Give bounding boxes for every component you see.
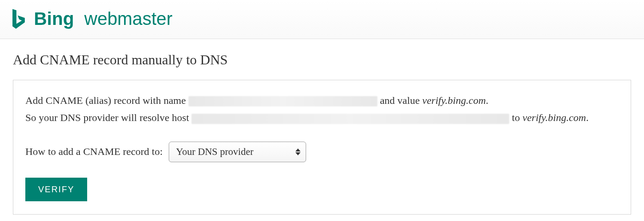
instruction-text: So your DNS provider will resolve host xyxy=(25,112,191,123)
bing-icon xyxy=(11,9,27,29)
dns-provider-select[interactable]: Your DNS provider xyxy=(169,142,306,162)
dns-select-label: How to add a CNAME record to: xyxy=(25,146,163,157)
instruction-line-1: Add CNAME (alias) record with name and v… xyxy=(25,92,619,109)
bing-logo: Bing webmaster xyxy=(11,9,173,29)
verify-button[interactable]: VERIFY xyxy=(25,178,87,201)
redacted-host xyxy=(191,114,509,124)
content: Add CNAME record manually to DNS Add CNA… xyxy=(0,39,644,215)
select-arrows-icon xyxy=(295,148,301,155)
instruction-text: . xyxy=(486,95,489,106)
redacted-cname-name xyxy=(188,96,377,106)
instruction-box: Add CNAME (alias) record with name and v… xyxy=(13,80,631,215)
dns-provider-row: How to add a CNAME record to: Your DNS p… xyxy=(25,142,619,162)
cname-value: verify.bing.com xyxy=(422,95,486,106)
product-name: webmaster xyxy=(84,9,172,29)
page-title: Add CNAME record manually to DNS xyxy=(13,52,631,68)
dns-select-value: Your DNS provider xyxy=(176,146,253,157)
instruction-text: . xyxy=(586,112,589,123)
instruction-text: Add CNAME (alias) record with name xyxy=(25,95,188,106)
header: Bing webmaster xyxy=(0,0,644,39)
instruction-text: to xyxy=(512,112,522,123)
brand-name: Bing xyxy=(34,9,74,29)
resolve-value: verify.bing.com xyxy=(522,112,586,123)
instruction-line-2: So your DNS provider will resolve host t… xyxy=(25,109,619,126)
instruction-text: and value xyxy=(380,95,422,106)
